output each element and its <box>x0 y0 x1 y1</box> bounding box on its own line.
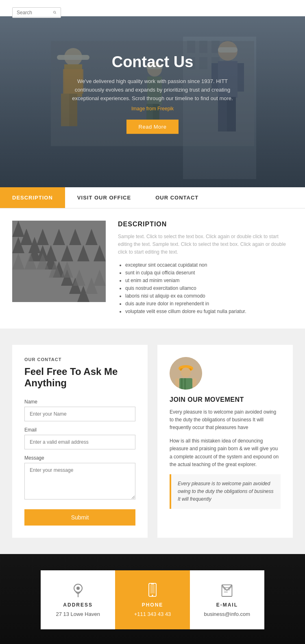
search-input[interactable] <box>17 10 53 15</box>
tab-description[interactable]: DESCRIPTION <box>0 187 65 208</box>
join-movement-card: JOIN OUR MOVEMENT Every pleasure is to w… <box>157 345 293 538</box>
svg-rect-70 <box>192 378 196 387</box>
read-more-button[interactable]: Read More <box>126 120 179 134</box>
tabs-section: DESCRIPTION VISIT OUR OFFICE OUR CONTACT <box>0 187 305 329</box>
tab-our-contact[interactable]: OUR CONTACT <box>143 187 211 208</box>
email-card: E-MAIL business@info.com <box>190 570 264 629</box>
desc-title: DESCRIPTION <box>118 221 293 228</box>
message-field-group: Message <box>24 455 135 501</box>
navbar: HOME ABOUT CONTACT <box>0 0 305 25</box>
search-box[interactable] <box>12 7 61 18</box>
email-icon <box>220 583 233 597</box>
email-input[interactable] <box>24 435 135 449</box>
tabs-bar: DESCRIPTION VISIT OUR OFFICE OUR CONTACT <box>0 187 305 208</box>
svg-point-75 <box>152 595 153 596</box>
nav-links: HOME ABOUT CONTACT <box>207 10 293 16</box>
description-image <box>12 221 106 302</box>
svg-line-1 <box>55 13 56 14</box>
phone-card: PHONE +111 343 43 43 <box>115 570 190 629</box>
nav-home[interactable]: HOME <box>207 10 224 16</box>
hero-credit: Image from Freepik <box>67 106 238 112</box>
email-value: business@info.com <box>198 611 256 617</box>
quote-text: Every pleasure is to welcome pain avoide… <box>178 480 274 504</box>
address-value: 27 13 Lowe Haven <box>49 611 107 617</box>
worker-avatar-svg <box>170 357 202 390</box>
message-textarea[interactable] <box>24 463 135 499</box>
description-text-area: DESCRIPTION Sample text. Click to select… <box>118 221 293 316</box>
svg-rect-74 <box>150 585 155 594</box>
phone-icon <box>147 583 158 597</box>
footer-cards: ADDRESS 27 13 Lowe Haven PHONE +111 343 … <box>0 554 305 644</box>
name-field-group: Name <box>24 399 135 421</box>
submit-button[interactable]: Submit <box>24 509 135 526</box>
footer: ADDRESS 27 13 Lowe Haven PHONE +111 343 … <box>0 554 305 644</box>
phone-title: PHONE <box>123 602 181 608</box>
desc-intro: Sample text. Click to select the text bo… <box>118 233 293 256</box>
hero-title: Contact Us <box>67 53 238 71</box>
message-label: Message <box>24 455 135 461</box>
phone-value: +111 343 43 43 <box>123 611 181 617</box>
hero-subtitle: We've delivered high quality work with p… <box>67 77 238 103</box>
list-item: quis nostrud exercitation ullamco <box>125 285 293 291</box>
hero-section: Contact Us We've delivered high quality … <box>0 0 305 187</box>
contact-heading: Feel Free To Ask Me Anything <box>24 366 135 390</box>
tab-visit-office[interactable]: VISIT OUR OFFICE <box>65 187 143 208</box>
list-item: excepteur sint occaecat cupidatat non <box>125 262 293 268</box>
quote-block: Every pleasure is to welcome pain avoide… <box>170 474 281 509</box>
svg-rect-68 <box>184 378 186 390</box>
list-item: voluptate velit esse cillum dolore eu fu… <box>125 309 293 314</box>
address-card: ADDRESS 27 13 Lowe Haven <box>41 570 115 629</box>
list-item: sunt in culpa qui officia deserunt <box>125 270 293 276</box>
contact-section: OUR CONTACT Feel Free To Ask Me Anything… <box>0 329 305 554</box>
avatar <box>170 357 202 390</box>
nav-contact[interactable]: CONTACT <box>266 10 293 16</box>
svg-point-0 <box>54 11 56 13</box>
join-text-1: Every pleasure is to welcome pain avoide… <box>170 408 281 432</box>
description-content: DESCRIPTION Sample text. Click to select… <box>0 208 305 329</box>
svg-rect-67 <box>181 378 183 390</box>
email-label: Email <box>24 427 135 433</box>
arch-image-svg <box>12 221 106 302</box>
email-field-group: Email <box>24 427 135 449</box>
list-item: duis aute irure dolor in reprehenderit i… <box>125 301 293 307</box>
desc-list: excepteur sint occaecat cupidatat non su… <box>118 262 293 314</box>
list-item: laboris nisi ut aliquip ex ea commodo <box>125 293 293 299</box>
svg-point-72 <box>76 587 80 590</box>
search-icon <box>53 10 57 15</box>
join-text-2: How is all this mistaken idea of denounc… <box>170 437 281 469</box>
svg-point-65 <box>181 368 191 377</box>
address-title: ADDRESS <box>49 602 107 608</box>
join-heading: JOIN OUR MOVEMENT <box>170 396 281 403</box>
nav-about[interactable]: ABOUT <box>235 10 255 16</box>
name-label: Name <box>24 399 135 405</box>
hero-content: Contact Us We've delivered high quality … <box>51 41 254 146</box>
svg-rect-61 <box>12 221 106 302</box>
name-input[interactable] <box>24 407 135 421</box>
svg-rect-69 <box>175 378 179 387</box>
email-title: E-MAIL <box>198 602 256 608</box>
location-icon <box>72 583 85 597</box>
contact-tag: OUR CONTACT <box>24 357 135 362</box>
list-item: ut enim ad minim veniam <box>125 278 293 283</box>
contact-form-card: OUR CONTACT Feel Free To Ask Me Anything… <box>12 345 148 538</box>
